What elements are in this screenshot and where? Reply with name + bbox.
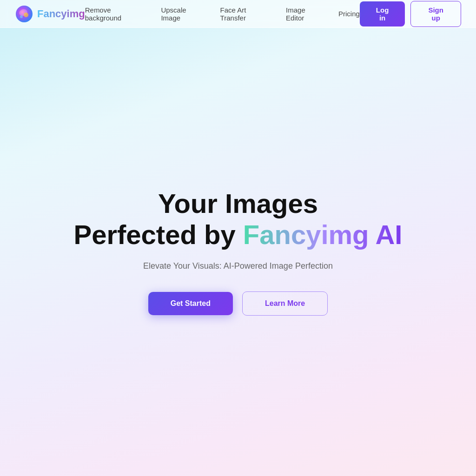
hero-buttons: Get Started Learn More <box>148 291 328 316</box>
nav-remove-background[interactable]: Remove background <box>85 6 146 22</box>
learn-more-button[interactable]: Learn More <box>242 291 328 316</box>
svg-point-2 <box>24 13 28 17</box>
navbar-left: Fancyimg <box>15 5 85 23</box>
hero-subtitle: Elevate Your Visuals: AI-Powered Image P… <box>143 261 333 271</box>
get-started-button[interactable]: Get Started <box>148 292 233 315</box>
nav-upscale-image[interactable]: Upscale Image <box>161 6 205 22</box>
hero-section: Your Images Perfected by Fancyimg AI Ele… <box>0 28 476 476</box>
nav-image-editor[interactable]: Image Editor <box>286 6 324 22</box>
nav-pricing[interactable]: Pricing <box>338 10 360 18</box>
login-button[interactable]: Log in <box>360 1 405 26</box>
hero-title-prefix: Perfected by <box>74 219 243 250</box>
hero-title-line2: Perfected by Fancyimg AI <box>74 219 403 251</box>
navbar-right: Log in Sign up <box>360 1 461 27</box>
logo-icon <box>15 5 33 23</box>
signup-button[interactable]: Sign up <box>410 1 461 27</box>
nav-face-art-transfer[interactable]: Face Art Transfer <box>220 6 271 22</box>
brand-name: Fancyimg <box>37 8 85 20</box>
navbar-center: Remove background Upscale Image Face Art… <box>85 6 360 22</box>
svg-point-3 <box>20 15 23 18</box>
hero-title-brand: Fancyimg AI <box>243 219 403 250</box>
hero-title-line1: Your Images <box>158 188 318 219</box>
navbar: Fancyimg Remove background Upscale Image… <box>0 0 476 28</box>
